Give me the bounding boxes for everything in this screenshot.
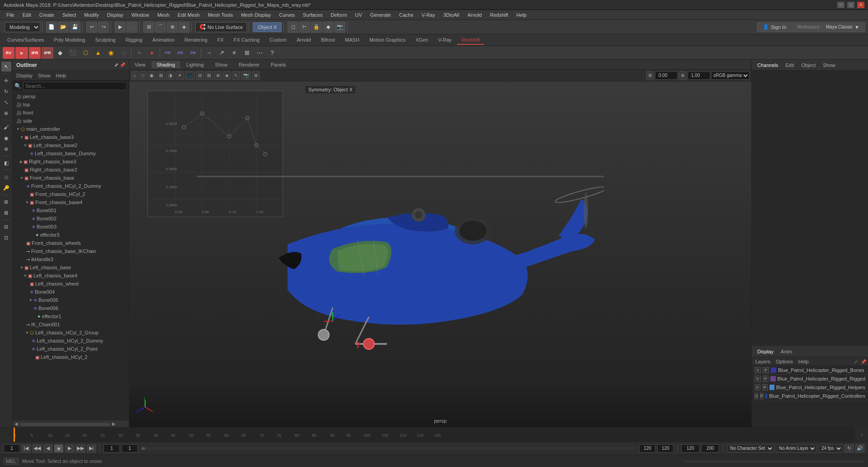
vp-focus-button[interactable]: ⊞: [646, 71, 654, 80]
list-item[interactable]: ✳ Bone006: [13, 304, 129, 312]
paint-tool-button[interactable]: 🖌: [1, 122, 11, 132]
layer-v-button[interactable]: V: [755, 393, 758, 399]
viewport-canvas[interactable]: 0.9025 0.7500 0.5000 0.2500 0.0000 0.25 …: [129, 81, 751, 427]
rotate-tool-button[interactable]: ↻: [1, 86, 11, 96]
module-tab-sculpting[interactable]: Sculpting: [90, 36, 120, 45]
step-forward-button[interactable]: ▶▶: [76, 444, 85, 453]
step-back-button[interactable]: ◀◀: [33, 444, 42, 453]
list-item[interactable]: ▼ ▣ Left_chassis_base4: [13, 272, 129, 280]
layers-tab-display[interactable]: Display: [755, 348, 775, 355]
list-item[interactable]: 🎥 side: [13, 117, 129, 125]
list-item[interactable]: ▼ ▣ Left_chassis_base: [13, 263, 129, 272]
layer-item[interactable]: V P Blue_Patrol_Helicopter_Rigged_Helper…: [752, 383, 868, 392]
layer-v-button[interactable]: V: [755, 384, 760, 391]
menu-create[interactable]: Create: [36, 11, 58, 19]
universal-tool-button[interactable]: ⊕: [1, 108, 11, 118]
layers-menu-layers[interactable]: Layers: [754, 358, 772, 365]
vp-shadow-button[interactable]: 🌑: [185, 71, 195, 80]
layer-p-button[interactable]: P: [763, 376, 769, 382]
vp-wireframe-button[interactable]: □: [139, 71, 146, 80]
channel-tab-edit[interactable]: Edit: [783, 62, 796, 69]
list-item[interactable]: ✳ Left_chassis_base_Dummy: [13, 149, 129, 157]
layer-p-button[interactable]: P: [762, 384, 768, 391]
shelf-grid-button[interactable]: ⊞: [241, 47, 253, 59]
list-item[interactable]: ✳ Bone004: [13, 288, 129, 296]
shelf-cube-button[interactable]: ⬛: [67, 47, 79, 59]
vp-shade-button[interactable]: ◑: [166, 71, 175, 80]
outliner-scroll-bar[interactable]: ◀ ▶: [13, 420, 129, 427]
script-language-indicator[interactable]: MEL: [4, 457, 19, 465]
list-item[interactable]: ▣ Front_chassis_HCyl_2: [13, 190, 129, 198]
menu-redshift[interactable]: Redshift: [486, 11, 512, 19]
viewport-tab-show[interactable]: Show: [210, 61, 234, 68]
layer-item[interactable]: V P Blue_Patrol_Helicopter_Rigged_Rigged: [752, 375, 868, 383]
shelf-torus-button[interactable]: ◎: [118, 47, 129, 59]
viewport-tab-lighting[interactable]: Lighting: [181, 61, 210, 68]
module-tab-rigging[interactable]: Rigging: [121, 36, 147, 45]
loop-button[interactable]: ↻: [844, 444, 854, 453]
scroll-right-button[interactable]: ▶: [112, 421, 116, 426]
list-item[interactable]: ▼ ⬡ Left_chassis_HCyl_2_Group: [13, 329, 129, 337]
shelf-light-button[interactable]: ⬡: [80, 47, 91, 59]
module-tab-fx[interactable]: FX: [213, 36, 228, 45]
maximize-button[interactable]: □: [847, 2, 854, 8]
list-item[interactable]: ▼ ▣ Front_chassis_base: [13, 174, 129, 182]
menu-surfaces[interactable]: Surfaces: [299, 11, 326, 19]
mode-dropdown[interactable]: Modeling: [5, 22, 40, 32]
layer-v-button[interactable]: V: [755, 376, 761, 382]
viewport-tab-renderer[interactable]: Renderer: [233, 61, 265, 68]
channel-tab-show[interactable]: Show: [821, 62, 837, 69]
list-item[interactable]: ▼ ⬡ main_controller: [13, 125, 129, 133]
prev-keyframe-button[interactable]: |◀: [22, 444, 31, 453]
render-button[interactable]: ▶: [115, 22, 126, 33]
snap-point-button[interactable]: ⊕: [167, 22, 178, 33]
close-button[interactable]: ✕: [857, 2, 864, 8]
outliner-pin-icon[interactable]: 📌: [120, 62, 125, 67]
object-x-button[interactable]: Object X: [253, 22, 282, 32]
camera-button[interactable]: 🎥: [127, 22, 137, 33]
list-item[interactable]: ✳ Left_chassis_HCyl_2_Point: [13, 345, 129, 353]
vp-select-mode-button[interactable]: ↖: [232, 71, 240, 80]
list-item[interactable]: ✳ Left_chassis_HCyl_2_Dummy: [13, 337, 129, 345]
vp-isolate-button[interactable]: ◈: [223, 71, 231, 80]
auto-key-button[interactable]: 🔑: [1, 183, 11, 193]
outliner-menu-help[interactable]: Help: [54, 72, 68, 79]
menu-select[interactable]: Select: [59, 11, 80, 19]
outliner-search-input[interactable]: [23, 82, 127, 90]
module-tab-curves[interactable]: Curves/Surfaces: [3, 36, 48, 45]
vp-gamma-dropdown[interactable]: sRGB gamma: [711, 71, 750, 80]
module-tab-rendering[interactable]: Rendering: [180, 36, 212, 45]
channel-tab-channels[interactable]: Channels: [755, 62, 780, 69]
module-tab-motion-graphics[interactable]: Motion Graphics: [365, 36, 410, 45]
list-item[interactable]: ▼ ▣ Front_chassis_base4: [13, 198, 129, 206]
list-item[interactable]: 🎥 top: [13, 100, 129, 109]
menu-mesh[interactable]: Mesh: [154, 11, 173, 19]
scroll-left-button[interactable]: ◀: [14, 421, 18, 426]
vp-zoom-value[interactable]: [688, 71, 710, 80]
outliner-expand-icon[interactable]: ⤢: [114, 62, 118, 67]
menu-file[interactable]: File: [3, 11, 18, 19]
list-item[interactable]: ▣ Right_chassis_base2: [13, 166, 129, 174]
camera-attrs-button[interactable]: ⊠: [1, 208, 11, 218]
vp-texture-button[interactable]: ⊞: [157, 71, 165, 80]
viewport-tab-panels[interactable]: Panels: [265, 61, 292, 68]
sign-in-button[interactable]: 👤 Sign In Workspace : Maya Classic ▼: [757, 22, 865, 32]
list-item[interactable]: ✳ Bone001: [13, 206, 129, 214]
menu-deform[interactable]: Deform: [327, 11, 350, 19]
shelf-layers-button[interactable]: ≡: [228, 47, 240, 59]
shelf-render-button[interactable]: ▶: [15, 47, 28, 59]
shelf-rv-button[interactable]: RV: [3, 47, 14, 59]
outliner-menu-display[interactable]: Display: [14, 72, 34, 79]
shelf-arrow2-button[interactable]: ↗: [216, 47, 227, 59]
shelf-pr2-button[interactable]: PR: [175, 47, 186, 59]
range-start-input[interactable]: [104, 444, 120, 453]
save-scene-button[interactable]: 💾: [70, 22, 80, 33]
module-tab-arnold[interactable]: Arnold: [292, 36, 316, 45]
module-tab-custom[interactable]: Custom: [265, 36, 291, 45]
list-item[interactable]: ▣ Front_chassis_wheels: [13, 239, 129, 247]
list-item[interactable]: ✦ effector1: [13, 312, 129, 320]
menu-cache[interactable]: Cache: [396, 11, 417, 19]
shelf-red-ball-button[interactable]: ●: [146, 47, 158, 59]
vp-manip-button[interactable]: ⊛: [252, 71, 260, 80]
vp-home-button[interactable]: ⌂: [131, 71, 138, 80]
